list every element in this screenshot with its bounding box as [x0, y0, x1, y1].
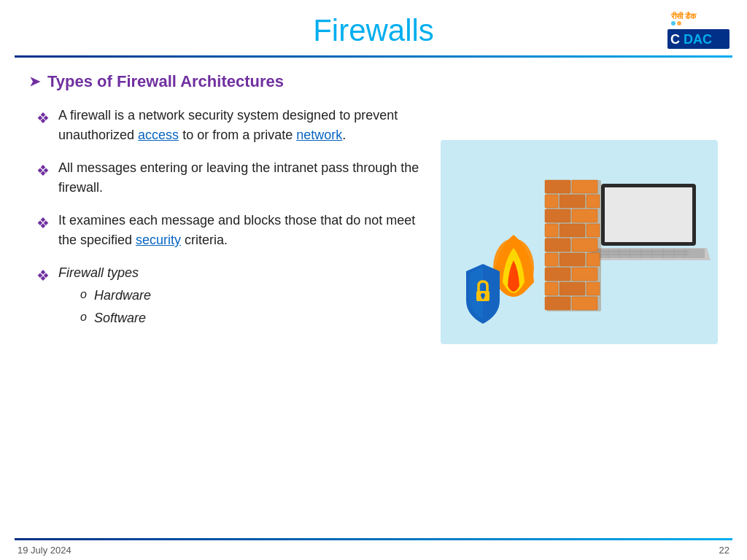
svg-rect-34: [545, 253, 558, 266]
svg-rect-35: [560, 253, 585, 266]
arrow-icon: ➤: [29, 74, 40, 90]
svg-rect-47: [482, 295, 484, 299]
firewall-svg: [441, 140, 718, 344]
svg-text:DAC: DAC: [684, 32, 712, 47]
list-item: ❖ A firewall is a network security syste…: [36, 106, 426, 145]
svg-rect-32: [545, 238, 570, 252]
cdac-logo: रीसी डैक C DAC: [667, 9, 729, 49]
svg-rect-29: [545, 224, 558, 237]
svg-rect-39: [545, 282, 558, 295]
main-content: ➤ Types of Firewall Architectures ❖ A fi…: [0, 58, 747, 359]
footer-page: 22: [719, 545, 729, 556]
svg-rect-36: [587, 253, 600, 266]
svg-rect-37: [545, 268, 570, 281]
firewall-types-label: Firewall types: [58, 265, 139, 280]
diamond-icon: ❖: [36, 212, 50, 234]
list-item: ❖ Firewall types o Hardware o Software: [36, 263, 426, 331]
firewall-image-area: [441, 140, 718, 344]
list-item: ❖ All messages entering or leaving the i…: [36, 158, 426, 198]
svg-rect-41: [587, 282, 600, 295]
svg-point-6: [677, 21, 681, 26]
svg-rect-23: [572, 180, 597, 193]
svg-rect-31: [587, 224, 600, 237]
bullet-text-1: A firewall is a network security system …: [58, 106, 426, 145]
list-item: ❖ It examines each message and blocks th…: [36, 211, 426, 250]
svg-text:रीसी डैक: रीसी डैक: [670, 11, 697, 20]
svg-rect-26: [587, 195, 600, 208]
svg-rect-42: [545, 297, 570, 310]
logo-area: रीसी डैक C DAC: [667, 9, 729, 49]
list-item: o Software: [80, 308, 426, 328]
bullet-text-3: It examines each message and blocks thos…: [58, 211, 426, 250]
svg-point-5: [671, 21, 676, 26]
section-heading: ➤ Types of Firewall Architectures: [29, 72, 426, 91]
svg-rect-33: [572, 238, 597, 252]
firewall-illustration: [441, 140, 718, 344]
svg-rect-25: [560, 195, 585, 208]
svg-text:C: C: [670, 32, 680, 47]
bullet-list: ❖ A firewall is a network security syste…: [29, 106, 426, 331]
security-link[interactable]: security: [136, 233, 181, 247]
svg-rect-27: [545, 209, 570, 222]
access-link[interactable]: access: [138, 128, 179, 142]
svg-rect-9: [605, 187, 692, 242]
section-title: Types of Firewall Architectures: [47, 72, 284, 91]
diamond-icon: ❖: [36, 265, 50, 287]
svg-rect-28: [572, 209, 597, 222]
svg-rect-24: [545, 195, 558, 208]
bullet-text-4: Firewall types o Hardware o Software: [58, 263, 426, 331]
page-title: Firewalls: [313, 13, 434, 48]
sub-list: o Hardware o Software: [58, 286, 426, 328]
diamond-icon: ❖: [36, 107, 50, 129]
software-item: Software: [94, 308, 146, 328]
sub-bullet-icon: o: [80, 308, 87, 326]
footer-content: 19 July 2024 22: [0, 540, 747, 560]
footer: 19 July 2024 22: [0, 538, 747, 560]
svg-rect-38: [572, 268, 597, 281]
bullet-text-2: All messages entering or leaving the int…: [58, 158, 426, 198]
sub-bullet-icon: o: [80, 286, 87, 303]
svg-rect-30: [560, 224, 585, 237]
hardware-item: Hardware: [94, 286, 151, 306]
network-link[interactable]: network: [296, 128, 342, 142]
left-content: ➤ Types of Firewall Architectures ❖ A fi…: [29, 72, 426, 344]
diamond-icon: ❖: [36, 160, 50, 182]
svg-rect-43: [572, 297, 597, 310]
svg-rect-40: [560, 282, 585, 295]
footer-date: 19 July 2024: [18, 545, 71, 556]
svg-rect-22: [545, 180, 570, 193]
list-item: o Hardware: [80, 286, 426, 306]
slide-header: Firewalls रीसी डैक C DAC: [0, 0, 747, 55]
